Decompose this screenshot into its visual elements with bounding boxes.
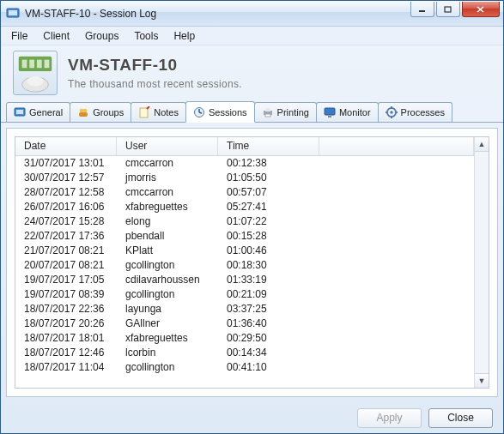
- cell-user: elong: [117, 214, 218, 229]
- cell-user: xfabreguettes: [117, 200, 218, 214]
- tab-monitor[interactable]: Monitor: [316, 102, 379, 122]
- window-buttons: [410, 1, 503, 26]
- cell-date: 18/07/2017 11:04: [15, 360, 117, 375]
- footer: Apply Close: [1, 402, 503, 433]
- close-window-button[interactable]: [462, 2, 500, 17]
- table-row[interactable]: 18/07/2017 18:01xfabreguettes00:29:50: [15, 331, 474, 346]
- cell-time: 00:12:38: [218, 156, 319, 171]
- column-header-date[interactable]: Date: [15, 137, 117, 155]
- printing-icon: [262, 106, 274, 118]
- menu-tools[interactable]: Tools: [127, 28, 165, 44]
- vertical-scrollbar[interactable]: ▲ ▼: [474, 137, 489, 388]
- cell-time: 00:41:10: [218, 360, 319, 375]
- cell-user: cmccarron: [117, 156, 218, 171]
- cell-user: xfabreguettes: [117, 331, 218, 346]
- table-row[interactable]: 28/07/2017 12:58cmccarron00:57:07: [15, 185, 474, 200]
- table-row[interactable]: 31/07/2017 13:01cmccarron00:12:38: [15, 156, 474, 171]
- cell-time: 00:14:34: [218, 346, 319, 360]
- tab-general[interactable]: General: [6, 102, 70, 122]
- svg-rect-10: [45, 60, 50, 69]
- cell-time: 00:21:09: [218, 287, 319, 302]
- svg-rect-14: [16, 110, 23, 114]
- table-row[interactable]: 18/07/2017 12:46lcorbin00:14:34: [15, 346, 474, 360]
- cell-date: 18/07/2017 20:26: [15, 316, 117, 331]
- cell-date: 28/07/2017 12:58: [15, 185, 117, 200]
- tab-printing[interactable]: Printing: [254, 102, 317, 122]
- svg-rect-27: [328, 116, 331, 118]
- cell-date: 24/07/2017 15:28: [15, 214, 117, 229]
- svg-point-15: [80, 109, 84, 113]
- cell-time: 00:18:30: [218, 258, 319, 273]
- svg-rect-26: [325, 108, 335, 115]
- page-subtitle: The thousand most recent sessions.: [68, 78, 242, 90]
- scroll-up-arrow-icon[interactable]: ▲: [475, 137, 489, 152]
- cell-date: 19/07/2017 08:39: [15, 287, 117, 302]
- window-title: VM-STAFF-10 - Session Log: [25, 8, 410, 20]
- table-row[interactable]: 19/07/2017 08:39gcollington00:21:09: [15, 287, 474, 302]
- general-icon: [14, 106, 26, 118]
- cell-date: 22/07/2017 17:36: [15, 229, 117, 244]
- sessions-icon: [193, 106, 205, 118]
- svg-rect-9: [37, 60, 42, 69]
- tab-label: Monitor: [339, 107, 371, 118]
- cell-date: 18/07/2017 18:01: [15, 331, 117, 346]
- column-header-spacer: [319, 137, 474, 155]
- svg-line-22: [199, 112, 202, 113]
- tab-processes[interactable]: Processes: [378, 102, 452, 122]
- cell-date: 26/07/2017 16:06: [15, 200, 117, 214]
- cell-date: 31/07/2017 13:01: [15, 156, 117, 171]
- apply-button[interactable]: Apply: [357, 408, 422, 428]
- table-row[interactable]: 19/07/2017 17:05cdilavarhoussen01:33:19: [15, 273, 474, 287]
- client-name: VM-STAFF-10: [68, 56, 242, 75]
- cell-date: 30/07/2017 12:57: [15, 171, 117, 185]
- column-header-time[interactable]: Time: [218, 137, 319, 155]
- cell-user: cdilavarhoussen: [117, 273, 218, 287]
- scroll-track[interactable]: [475, 152, 489, 373]
- tab-sessions[interactable]: Sessions: [185, 101, 255, 123]
- menu-client[interactable]: Client: [36, 28, 76, 44]
- tab-groups[interactable]: Groups: [70, 102, 131, 122]
- table-row[interactable]: 18/07/2017 22:36layunga03:37:25: [15, 302, 474, 316]
- cell-user: pbendall: [117, 229, 218, 244]
- tab-label: Notes: [154, 107, 179, 118]
- svg-rect-17: [79, 112, 88, 117]
- cell-user: layunga: [117, 302, 218, 316]
- table-row[interactable]: 24/07/2017 15:28elong01:07:22: [15, 214, 474, 229]
- processes-icon: [386, 106, 398, 118]
- cell-date: 18/07/2017 22:36: [15, 302, 117, 316]
- menu-help[interactable]: Help: [167, 28, 202, 44]
- tab-notes[interactable]: Notes: [131, 102, 186, 122]
- scroll-down-arrow-icon[interactable]: ▼: [475, 373, 489, 388]
- table-row[interactable]: 26/07/2017 16:06xfabreguettes05:27:41: [15, 200, 474, 214]
- svg-point-12: [27, 76, 43, 87]
- maximize-button[interactable]: [436, 2, 460, 17]
- minimize-button[interactable]: [410, 2, 434, 17]
- column-header-user[interactable]: User: [117, 137, 218, 155]
- cell-time: 00:57:07: [218, 185, 319, 200]
- table-row[interactable]: 20/07/2017 08:21gcollington00:18:30: [15, 258, 474, 273]
- svg-point-29: [390, 111, 393, 114]
- table-row[interactable]: 18/07/2017 20:26GAllner01:36:40: [15, 316, 474, 331]
- client-logo-icon: [13, 51, 58, 95]
- svg-rect-25: [265, 114, 270, 117]
- svg-line-19: [147, 106, 149, 109]
- cell-time: 00:29:50: [218, 331, 319, 346]
- cell-time: 00:15:28: [218, 229, 319, 244]
- menu-file[interactable]: File: [4, 28, 34, 44]
- cell-user: GAllner: [117, 316, 218, 331]
- table-row[interactable]: 21/07/2017 08:21KPlatt01:00:46: [15, 244, 474, 258]
- table-row[interactable]: 30/07/2017 12:57jmorris01:05:50: [15, 171, 474, 185]
- cell-user: lcorbin: [117, 346, 218, 360]
- cell-user: KPlatt: [117, 244, 218, 258]
- cell-user: gcollington: [117, 360, 218, 375]
- table-row[interactable]: 22/07/2017 17:36pbendall00:15:28: [15, 229, 474, 244]
- tabstrip: GeneralGroupsNotesSessionsPrintingMonito…: [1, 100, 503, 123]
- svg-rect-7: [22, 60, 27, 69]
- menubar: File Client Groups Tools Help: [1, 27, 503, 45]
- close-button[interactable]: Close: [428, 408, 493, 428]
- cell-user: cmccarron: [117, 185, 218, 200]
- table-row[interactable]: 18/07/2017 11:04gcollington00:41:10: [15, 360, 474, 375]
- tab-label: Groups: [93, 107, 124, 118]
- menu-groups[interactable]: Groups: [78, 28, 125, 44]
- cell-time: 01:07:22: [218, 214, 319, 229]
